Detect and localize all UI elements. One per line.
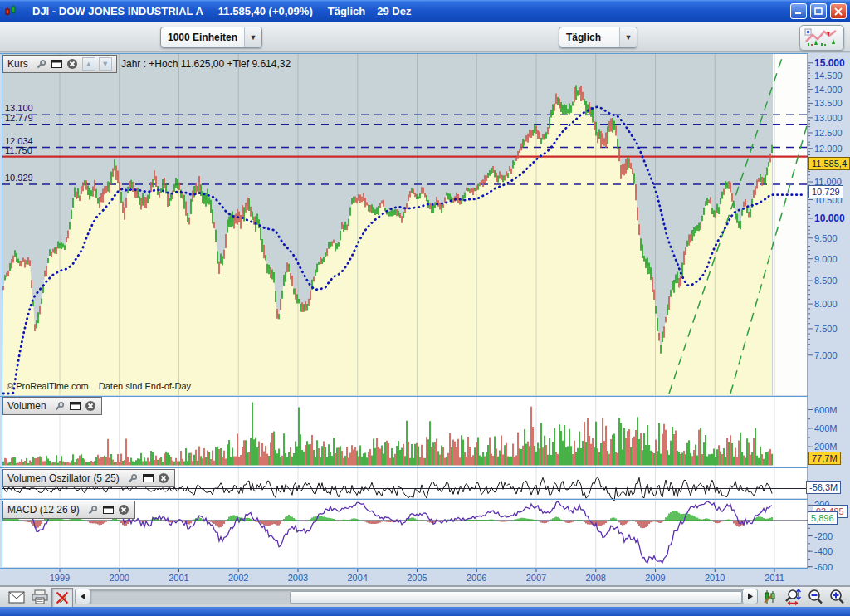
macd-axis-label: -400 [814, 546, 833, 556]
year-high-low-info: Jahr : +Hoch 11.625,00 +Tief 9.614,32 [121, 58, 291, 70]
price-axis-label: 8.000 [814, 299, 838, 309]
close-panel-icon[interactable] [158, 472, 170, 485]
wrench-icon[interactable] [53, 400, 66, 413]
volume-badge: 77,7M [808, 452, 841, 465]
close-panel-icon[interactable] [66, 58, 79, 71]
price-axis-label: 13.500 [814, 98, 843, 108]
kurs-panel-header: Kurs ▲ ▼ [2, 55, 117, 73]
detach-window-icon[interactable] [51, 58, 63, 71]
volume-oscillator-badge: -56,3M [806, 481, 841, 494]
price-axis-label: 8.500 [814, 276, 838, 286]
price-axis-label: 14.500 [814, 71, 843, 81]
year-label: 2011 [765, 573, 784, 583]
year-label: 2002 [228, 573, 248, 583]
chart-canvas: 13.10012.77912.03411.75010.92915.00014.5… [0, 0, 850, 616]
price-axis-label: 7.500 [814, 324, 838, 334]
last-price-badge: 11.585,4 [808, 157, 850, 170]
price-axis-label: 12.500 [814, 128, 843, 138]
close-panel-icon[interactable] [118, 504, 130, 516]
close-panel-icon[interactable] [85, 400, 97, 413]
year-label: 2010 [705, 573, 725, 583]
wrench-icon[interactable] [35, 58, 47, 71]
year-label: 2008 [586, 573, 606, 583]
price-level-label: 10.929 [5, 173, 33, 183]
move-panel-down-icon[interactable]: ▼ [99, 57, 112, 71]
year-label: 2004 [348, 573, 368, 583]
macd-panel-title: MACD (12 26 9) [7, 504, 80, 516]
wrench-icon[interactable] [86, 504, 99, 516]
price-axis-label: 12.000 [814, 144, 843, 154]
detach-window-icon[interactable] [142, 472, 154, 485]
volume-oscillator-panel-header: Volumen Oszillator (5 25) [2, 469, 175, 487]
price-axis-label: 10.000 [814, 213, 845, 224]
year-label: 2003 [288, 573, 308, 583]
price-level-label: 13.100 [5, 103, 33, 113]
price-axis-label: 9.500 [814, 233, 838, 243]
volume-axis-label: 600M [814, 405, 838, 415]
volume-panel-title: Volumen [7, 400, 46, 412]
price-level-label: 12.779 [5, 113, 33, 123]
year-label: 2001 [169, 573, 188, 583]
volume-oscillator-title: Volumen Oszillator (5 25) [7, 472, 120, 484]
year-label: 1999 [50, 573, 70, 583]
macd-axis-label: -200 [814, 531, 833, 541]
volume-axis-label: 400M [814, 423, 838, 433]
data-note-text: Daten sind End-of-Day [99, 381, 191, 391]
price-axis-label: 15.000 [814, 57, 845, 69]
year-label: 2000 [110, 573, 129, 583]
copyright-text: © ProRealTime.com [7, 381, 89, 391]
price-axis-label: 9.000 [814, 254, 838, 264]
detach-window-icon[interactable] [102, 504, 115, 516]
price-level-label: 11.750 [5, 145, 32, 155]
wrench-icon[interactable] [126, 472, 139, 485]
price-axis-label: 14.000 [814, 85, 843, 95]
year-label: 2007 [526, 573, 546, 583]
volume-panel-header: Volumen [2, 397, 102, 415]
year-label: 2009 [645, 573, 665, 583]
price-axis-label: 13.000 [814, 113, 843, 123]
price-axis-label: 7.000 [814, 350, 838, 360]
macd-axis-label: -600 [814, 562, 833, 572]
year-label: 2005 [407, 573, 427, 583]
macd-value-badge: 5,896 [808, 511, 838, 525]
moving-average-badge: 10.729 [808, 185, 843, 198]
kurs-panel-title: Kurs [7, 58, 28, 70]
move-panel-up-icon[interactable]: ▲ [82, 57, 95, 71]
year-label: 2006 [467, 573, 486, 583]
macd-panel-header: MACD (12 26 9) [2, 501, 135, 519]
detach-window-icon[interactable] [69, 400, 81, 413]
volume-axis-label: 200M [814, 442, 838, 452]
